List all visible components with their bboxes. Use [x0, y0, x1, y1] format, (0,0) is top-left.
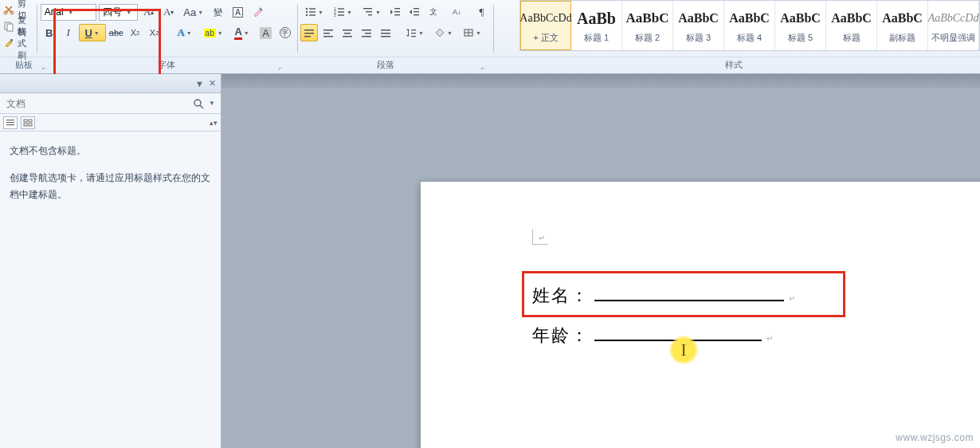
- shading-button[interactable]: ▼: [429, 24, 457, 41]
- align-right-button[interactable]: [358, 24, 375, 41]
- enclose-char-button[interactable]: 字: [276, 24, 294, 41]
- style-heading1[interactable]: AaBb标题 1: [571, 1, 622, 50]
- font-size-select[interactable]: 四号▼: [99, 4, 138, 21]
- grow-font-button[interactable]: A▴: [140, 3, 158, 21]
- line-spacing-button[interactable]: ▼: [401, 24, 428, 41]
- svg-point-9: [306, 14, 308, 16]
- clipboard-group: 剪切 复制 格式刷: [0, 0, 33, 57]
- borders-button[interactable]: ▼: [458, 24, 485, 41]
- group-label-paragraph: 段落⌐: [284, 57, 487, 73]
- group-label-styles: 样式: [487, 57, 980, 73]
- svg-rect-3: [7, 24, 13, 31]
- svg-rect-37: [362, 36, 371, 37]
- text-direction-button[interactable]: 文: [425, 3, 442, 21]
- clear-format-button[interactable]: [249, 3, 267, 21]
- nav-tab-pages[interactable]: [21, 116, 35, 129]
- svg-rect-54: [29, 120, 32, 122]
- search-icon[interactable]: [190, 96, 206, 112]
- margin-marker: [532, 230, 867, 253]
- scissors-icon: [3, 3, 14, 16]
- field-age-line[interactable]: 年龄： ↵: [532, 324, 773, 348]
- highlight-button[interactable]: ab▼: [200, 24, 227, 41]
- styles-gallery[interactable]: AaBbCcDd+ 正文 AaBb标题 1 AaBbC标题 2 AaBbC标题 …: [519, 0, 980, 51]
- style-heading3[interactable]: AaBbC标题 3: [673, 1, 724, 50]
- paragraph-group: ▼ 123▼ ▼ 文 A↓ ¶ ▼ ▼ ▼: [300, 0, 490, 57]
- svg-rect-19: [368, 14, 372, 15]
- svg-rect-41: [408, 30, 409, 35]
- style-normal[interactable]: AaBbCcDd+ 正文: [520, 1, 571, 50]
- svg-rect-4: [10, 39, 13, 41]
- format-painter-button[interactable]: 格式刷: [0, 35, 33, 51]
- align-left-button[interactable]: [319, 24, 337, 41]
- page[interactable]: ↵ 姓名： ↵ 年龄： ↵: [421, 182, 980, 448]
- change-case-button[interactable]: Aa▼: [180, 3, 207, 21]
- indent-increase-button[interactable]: [406, 3, 423, 21]
- align-justify-low-button[interactable]: [300, 24, 318, 41]
- char-border-button[interactable]: A: [229, 3, 247, 21]
- superscript-button[interactable]: X2: [146, 24, 163, 41]
- style-heading2[interactable]: AaBbC标题 2: [622, 1, 673, 50]
- align-center-button[interactable]: [339, 24, 356, 41]
- field-name-line[interactable]: 姓名： ↵: [532, 284, 795, 308]
- underline-button[interactable]: U▼: [79, 24, 106, 41]
- font-color-button[interactable]: A▼: [229, 24, 256, 41]
- document-area[interactable]: ↵ 姓名： ↵ 年龄： ↵ I: [221, 74, 980, 448]
- font-name-select[interactable]: Arial▼: [41, 4, 96, 21]
- shrink-font-button[interactable]: A▾: [160, 3, 178, 21]
- name-label: 姓名：: [532, 284, 590, 308]
- subscript-button[interactable]: X2: [127, 24, 144, 41]
- svg-text:3: 3: [334, 13, 336, 17]
- nav-search-input[interactable]: [3, 98, 190, 109]
- nav-tab-headings[interactable]: [3, 116, 18, 129]
- svg-rect-14: [338, 11, 344, 12]
- style-subtle-emphasis[interactable]: AaBbCcDd不明显强调: [928, 1, 979, 50]
- nav-dropdown-icon[interactable]: ▼: [195, 79, 204, 88]
- nav-close-icon[interactable]: ✕: [209, 78, 216, 88]
- style-title[interactable]: AaBbC标题: [826, 1, 877, 50]
- group-label-font: 字体⌐: [48, 57, 284, 73]
- svg-rect-24: [414, 11, 419, 12]
- bullets-button[interactable]: ▼: [300, 3, 327, 21]
- search-dropdown-icon[interactable]: ▼: [206, 100, 218, 107]
- text-cursor-icon: I: [681, 341, 687, 360]
- svg-rect-38: [381, 29, 390, 31]
- sort-button[interactable]: A↓: [444, 3, 471, 21]
- svg-rect-27: [304, 33, 314, 34]
- nav-collapse-icon[interactable]: ▴▾: [210, 119, 218, 127]
- annotation-cursor-highlight: I: [669, 336, 698, 364]
- phonetic-guide-button[interactable]: 變: [210, 3, 227, 21]
- style-heading4[interactable]: AaBbC标题 4: [724, 1, 775, 50]
- svg-rect-56: [29, 124, 32, 126]
- numbering-button[interactable]: 123▼: [329, 3, 356, 21]
- svg-rect-18: [366, 11, 372, 12]
- svg-line-49: [200, 105, 203, 108]
- style-heading5[interactable]: AaBbC标题 5: [775, 1, 826, 50]
- multilevel-button[interactable]: ▼: [358, 3, 385, 21]
- svg-rect-32: [343, 29, 352, 31]
- italic-button[interactable]: I: [60, 24, 77, 41]
- svg-rect-29: [323, 29, 333, 31]
- font-group: Arial▼ 四号▼ A▴ A▾ Aa▼ 變 A B I U▼ abc X2 X…: [41, 0, 294, 57]
- paragraph-mark-icon: ↵: [539, 234, 545, 242]
- paragraph-mark-icon: ↵: [789, 294, 795, 303]
- indent-decrease-button[interactable]: [386, 3, 404, 21]
- nav-empty-msg1: 文档不包含标题。: [10, 143, 211, 159]
- svg-rect-33: [344, 33, 351, 34]
- paragraph-mark-icon: ↵: [766, 334, 773, 343]
- show-marks-button[interactable]: ¶: [472, 3, 490, 21]
- watermark: www.wzjsgs.com: [896, 432, 974, 443]
- text-effects-button[interactable]: A▼: [171, 24, 198, 41]
- style-subtitle[interactable]: AaBbC副标题: [877, 1, 928, 50]
- bold-button[interactable]: B: [41, 24, 58, 41]
- align-distribute-button[interactable]: [377, 24, 394, 41]
- svg-rect-34: [343, 36, 352, 37]
- svg-rect-25: [414, 14, 419, 15]
- svg-rect-39: [381, 33, 390, 34]
- svg-rect-23: [414, 8, 419, 9]
- char-shading-button[interactable]: A: [257, 24, 275, 41]
- svg-rect-43: [411, 33, 416, 33]
- name-underline[interactable]: [594, 284, 784, 301]
- strikethrough-button[interactable]: abc: [108, 24, 125, 41]
- svg-rect-28: [304, 36, 311, 37]
- brush-icon: [3, 37, 14, 49]
